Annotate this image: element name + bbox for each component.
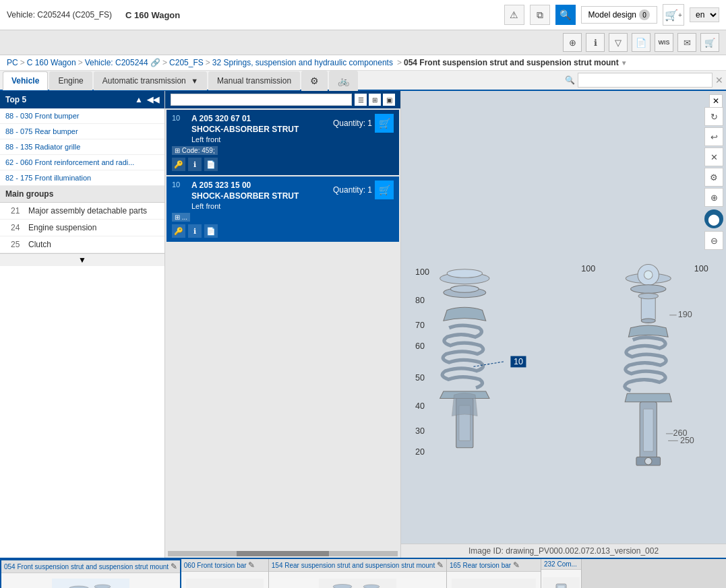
doc-tool[interactable]: 📄 [632,33,651,52]
thumbnail-154-label: 154 Rear suspension strut and suspension… [269,559,446,572]
breadcrumb-current[interactable]: 054 Front suspension strut and suspensio… [404,58,619,67]
svg-point-49 [363,585,380,589]
cart-add-btn[interactable]: 🛒+ [663,4,684,26]
breadcrumb: PC > C 160 Wagon > Vehicle: C205244 🔗 > … [0,55,726,71]
part-2-add-cart[interactable]: 🛒 [375,181,394,199]
image-back-btn[interactable]: ↩ [704,127,723,146]
breadcrumb-wagon[interactable]: C 160 Wagon [27,58,76,67]
svg-text:70: 70 [415,321,425,330]
top5-item-4[interactable]: 62 - 060 Front reinforcement and radi... [0,155,164,170]
part-item-2[interactable]: 10 A 205 323 15 00 SHOCK-ABSORBER STRUT … [167,176,399,242]
top5-item-2[interactable]: 88 - 075 Rear bumper [0,124,164,139]
tab-icon1[interactable]: ⚙ [301,71,328,91]
image-settings-btn[interactable]: ⚙ [704,168,723,187]
grid-view-icon[interactable]: ⊞ [369,94,381,106]
thumbnail-232[interactable]: 232 Com... [541,559,582,588]
thumbnail-060-edit[interactable]: ✎ [248,560,255,570]
svg-point-47 [333,584,352,588]
parts-scrollbar[interactable] [168,551,398,556]
top5-header: Top 5 ▲ ◀◀ [0,91,164,108]
thumbnail-060[interactable]: 060 Front torsion bar ✎ [181,559,269,588]
search-input[interactable] [578,73,713,88]
thumbnail-165-edit[interactable]: ✎ [513,560,520,570]
thumbnail-165[interactable]: 165 Rear torsion bar ✎ [447,559,541,588]
image-close-x-btn[interactable]: ✕ [704,148,723,166]
warning-btn[interactable]: ⚠ [504,5,524,25]
svg-text:100: 100 [694,264,708,273]
part-2-key-icon[interactable]: 🔑 [172,224,185,238]
part-2-doc-icon[interactable]: 📄 [204,224,218,238]
collapse-icon[interactable]: ▲ [135,95,143,104]
group-item-24[interactable]: 24 Engine suspension [0,220,164,236]
thumbnail-154-edit[interactable]: ✎ [437,560,444,570]
image-close-btn[interactable]: ✕ [709,94,723,108]
breadcrumb-vehicle[interactable]: Vehicle: C205244 🔗 [85,58,160,67]
cart-tool[interactable]: 🛒 [700,33,719,52]
breadcrumb-c205[interactable]: C205_FS [169,58,204,67]
list-view-icon[interactable]: ☰ [355,94,367,106]
expand-icon[interactable]: ◀◀ [147,95,159,104]
tab-bar: Vehicle Engine Automatic transmission ▼ … [0,71,726,91]
part-1-add-cart[interactable]: 🛒 [375,114,394,133]
thumbnail-054-edit[interactable]: ✎ [171,562,177,571]
part-1-details: A 205 320 67 01 SHOCK-ABSORBER STRUT Lef… [191,114,330,143]
search-btn[interactable]: 🔍 [555,5,576,25]
search-clear-btn[interactable]: ✕ [715,75,723,86]
image-scroll-indicator[interactable]: ⬤ [704,209,723,228]
copy-btn[interactable]: ⧉ [530,5,550,25]
wis-tool[interactable]: WIS [655,33,673,52]
part-2-code-tag: ⊞ ... [172,213,190,222]
info-tool[interactable]: ℹ [586,33,605,52]
part-1-key-icon[interactable]: 🔑 [172,158,185,171]
card-view-icon[interactable]: ▣ [383,94,395,106]
svg-text:10: 10 [514,357,523,366]
part-item-1[interactable]: 10 A 205 320 67 01 SHOCK-ABSORBER STRUT … [167,110,399,175]
top5-header-actions: ▲ ◀◀ [135,95,159,104]
svg-point-11 [450,286,479,292]
thumbnail-054-label: 054 Front suspension strut and suspensio… [1,560,180,573]
breadcrumb-sep1: > [20,58,25,67]
tab-engine[interactable]: Engine [49,71,92,90]
breadcrumb-sep5: > [397,58,402,67]
part-1-info-icon[interactable]: ℹ [188,158,202,171]
part-1-doc-icon[interactable]: 📄 [204,158,218,171]
breadcrumb-dropdown-arrow[interactable]: ▼ [621,59,628,67]
mail-tool[interactable]: ✉ [677,33,696,52]
thumbnail-054[interactable]: 054 Front suspension strut and suspensio… [0,559,181,588]
model-design-btn[interactable]: Model design 0 [581,6,657,24]
top5-item-3[interactable]: 88 - 135 Radiator grille [0,139,164,155]
tab-vehicle[interactable]: Vehicle [3,71,48,90]
svg-point-21 [644,271,653,280]
part-2-info-icon[interactable]: ℹ [188,224,202,238]
top5-item-1[interactable]: 88 - 030 Front bumper [0,108,164,124]
image-id-bar: Image ID: drawing_PV000.002.072.013_vers… [401,544,726,558]
part-2-footer: ⊞ ... [172,213,394,222]
group-item-21[interactable]: 21 Major assembly detachable parts [0,203,164,220]
image-tools: ↻ ↩ ✕ ⚙ ⊕ ⬤ ⊖ [702,104,726,253]
thumbnail-232-label: 232 Com... [541,559,581,570]
top5-item-5[interactable]: 82 - 175 Front illumination [0,170,164,186]
tab-manual[interactable]: Manual transmission [208,71,300,90]
tab-icon2[interactable]: 🚲 [329,71,358,91]
part-2-qty: Quantity: 1 🛒 [333,181,394,199]
image-zoom-out-btn[interactable]: ⊖ [704,231,723,250]
filter-tool[interactable]: ▽ [609,33,628,52]
image-zoom-in-btn[interactable]: ⊕ [704,188,723,207]
svg-text:40: 40 [415,401,425,411]
image-rotate-btn[interactable]: ↻ [704,107,723,126]
sidebar-scroll-down[interactable]: ▼ [0,253,164,266]
language-select[interactable]: en de fr [690,7,719,22]
breadcrumb-springs[interactable]: 32 Springs, suspension and hydraulic com… [212,58,393,67]
svg-rect-46 [319,579,396,589]
zoom-in-tool[interactable]: ⊕ [563,33,582,52]
svg-rect-27 [643,409,653,451]
breadcrumb-pc[interactable]: PC [7,58,18,67]
tab-automatic[interactable]: Automatic transmission ▼ [94,71,207,90]
tab-automatic-arrow: ▼ [191,77,198,85]
parts-search-input[interactable] [171,94,352,106]
thumbnail-154[interactable]: 154 Rear suspension strut and suspension… [269,559,447,588]
group-item-25[interactable]: 25 Clutch [0,236,164,253]
breadcrumb-sep3: > [162,58,167,67]
main-groups-title: Main groups [0,186,164,203]
thumb-060-svg [186,579,264,589]
